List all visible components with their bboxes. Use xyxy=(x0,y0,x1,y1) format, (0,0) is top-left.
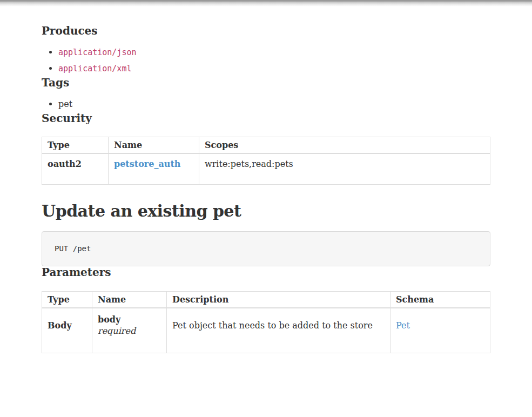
doc-content: Produces application/json application/xm… xyxy=(42,6,490,367)
security-heading: Security xyxy=(42,112,490,124)
endpoint-code-block: PUT /pet xyxy=(42,231,490,266)
tags-heading: Tags xyxy=(42,77,490,89)
param-col-schema: Schema xyxy=(390,292,490,308)
param-schema-cell: Pet xyxy=(390,308,490,353)
security-col-name: Name xyxy=(109,137,199,154)
param-col-name: Name xyxy=(92,292,167,308)
produces-item: application/json xyxy=(58,44,490,60)
tag-item: pet xyxy=(58,96,490,112)
security-scopes-cell: write:pets,read:pets xyxy=(199,153,490,185)
petstore-auth-link[interactable]: petstore_auth xyxy=(114,159,180,169)
security-table-header-row: Type Name Scopes xyxy=(42,137,490,154)
param-required-flag: required xyxy=(98,325,161,337)
param-type-cell: Body xyxy=(42,308,92,353)
param-name: body xyxy=(98,314,161,325)
produces-item: application/xml xyxy=(58,60,490,77)
media-type-code: application/json xyxy=(58,48,137,57)
media-type-code: application/xml xyxy=(58,64,131,73)
pet-schema-link[interactable]: Pet xyxy=(396,320,410,331)
parameters-table-row: Body body required Pet object that needs… xyxy=(42,308,490,353)
produces-heading: Produces xyxy=(42,25,490,37)
operation-title: Update an existing pet xyxy=(42,201,490,221)
param-col-description: Description xyxy=(167,292,390,308)
security-col-scopes: Scopes xyxy=(199,137,490,154)
parameters-table: Type Name Description Schema Body body r… xyxy=(42,291,490,353)
security-name-cell: petstore_auth xyxy=(109,153,199,185)
parameters-heading: Parameters xyxy=(42,266,490,278)
tags-list: pet xyxy=(42,96,490,112)
param-col-type: Type xyxy=(42,292,92,308)
security-table-row: oauth2 petstore_auth write:pets,read:pet… xyxy=(42,153,490,185)
security-col-type: Type xyxy=(42,137,109,154)
produces-list: application/json application/xml xyxy=(42,44,490,77)
top-shadow-bar xyxy=(0,0,532,6)
param-name-cell: body required xyxy=(92,308,167,353)
security-type-cell: oauth2 xyxy=(42,153,109,185)
parameters-table-header-row: Type Name Description Schema xyxy=(42,292,490,308)
param-description-cell: Pet object that needs to be added to the… xyxy=(167,308,390,353)
security-table: Type Name Scopes oauth2 petstore_auth wr… xyxy=(42,137,490,185)
